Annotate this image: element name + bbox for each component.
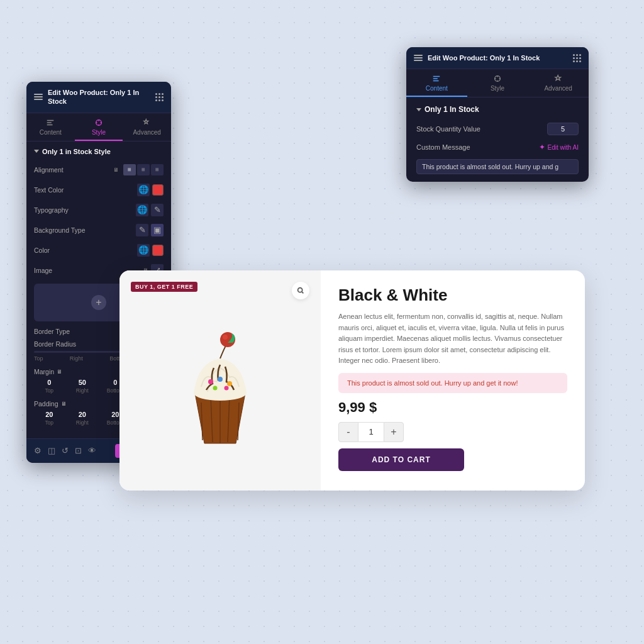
settings-footer-icon[interactable]: ⚙ bbox=[34, 446, 42, 455]
color-swatch[interactable] bbox=[152, 245, 164, 256]
custom-msg-row: Custom Message ✦ Edit with AI bbox=[416, 143, 579, 152]
padding-top-cell: 20 Top bbox=[34, 411, 65, 426]
qty-value: 1 bbox=[358, 422, 384, 442]
typography-globe-btn[interactable]: 🌐 bbox=[136, 204, 148, 216]
image-label: Image bbox=[34, 267, 52, 274]
text-color-globe-btn[interactable]: 🌐 bbox=[137, 184, 150, 196]
eye-footer-icon[interactable]: 👁 bbox=[88, 446, 96, 455]
qty-plus-btn[interactable]: + bbox=[384, 422, 404, 442]
custom-msg-label: Custom Message bbox=[416, 143, 470, 151]
tab-advanced-left[interactable]: Advanced bbox=[123, 113, 171, 141]
color-label: Color bbox=[34, 247, 50, 254]
right-hamburger-icon[interactable] bbox=[414, 55, 423, 61]
svg-point-12 bbox=[213, 386, 218, 391]
align-center-btn[interactable]: ≡ bbox=[137, 164, 150, 175]
stock-qty-label: Stock Quantity Value bbox=[416, 125, 480, 133]
product-card: BUY 1, GET 1 FREE bbox=[119, 270, 585, 491]
product-title: Black & White bbox=[338, 286, 567, 305]
qty-minus-btn[interactable]: - bbox=[338, 422, 358, 442]
margin-right-cell: 50 Right bbox=[67, 379, 98, 394]
right-grid-icon[interactable] bbox=[573, 54, 581, 62]
cupcake-image bbox=[151, 311, 289, 450]
custom-msg-input[interactable] bbox=[416, 159, 579, 174]
stock-qty-row: Stock Quantity Value bbox=[416, 123, 579, 135]
typography-controls: 🌐 ✎ bbox=[136, 204, 164, 216]
margin-top-cell: 0 Top bbox=[34, 379, 65, 394]
tab-style-left[interactable]: Style bbox=[75, 113, 123, 141]
add-to-cart-button[interactable]: ADD TO CART bbox=[338, 448, 464, 471]
stock-alert: This product is almost sold out. Hurry u… bbox=[338, 373, 567, 393]
collapse-icon bbox=[34, 150, 39, 153]
typography-edit-btn[interactable]: ✎ bbox=[151, 204, 164, 216]
content-collapse-icon bbox=[416, 108, 421, 111]
bg-type-paint-btn[interactable]: ✎ bbox=[136, 224, 148, 236]
tab-content-left[interactable]: Content bbox=[26, 113, 75, 141]
tab-content-right[interactable]: Content bbox=[406, 69, 467, 97]
text-color-controls: 🌐 bbox=[137, 184, 164, 196]
right-panel-header: Edit Woo Product: Only 1 In Stock bbox=[406, 47, 589, 69]
text-color-swatch[interactable] bbox=[152, 184, 164, 196]
padding-right-cell: 20 Right bbox=[67, 411, 98, 426]
svg-point-2 bbox=[298, 288, 303, 292]
bg-type-label: Background Type bbox=[34, 226, 86, 234]
align-left-btn[interactable]: ≡ bbox=[123, 164, 136, 175]
buy-badge: BUY 1, GET 1 FREE bbox=[131, 282, 197, 292]
color-row: Color 🌐 bbox=[34, 243, 164, 257]
bg-type-image-btn[interactable]: ▣ bbox=[151, 224, 164, 236]
stock-qty-input[interactable] bbox=[547, 123, 579, 135]
product-info-section: Black & White Aenean lectus elit, fermen… bbox=[321, 270, 585, 491]
tab-style-right[interactable]: Style bbox=[467, 69, 528, 97]
left-panel-header: Edit Woo Product: Only 1 In Stock bbox=[26, 82, 171, 113]
svg-point-13 bbox=[225, 386, 229, 391]
history-footer-icon[interactable]: ↺ bbox=[62, 446, 69, 455]
align-right-btn[interactable]: ≡ bbox=[151, 164, 164, 175]
responsive-footer-icon[interactable]: ⊡ bbox=[75, 446, 82, 455]
edit-with-ai-button[interactable]: ✦ Edit with AI bbox=[539, 143, 579, 152]
grid-icon[interactable] bbox=[155, 93, 164, 101]
product-image-section: BUY 1, GET 1 FREE bbox=[119, 270, 321, 491]
bg-type-controls: ✎ ▣ bbox=[136, 224, 164, 236]
color-controls: 🌐 bbox=[137, 244, 164, 257]
svg-point-11 bbox=[218, 377, 223, 382]
tab-advanced-right[interactable]: Advanced bbox=[528, 69, 589, 97]
product-search-icon[interactable] bbox=[292, 282, 309, 299]
text-color-row: Text Color 🌐 bbox=[34, 183, 164, 197]
alignment-row: Alignment 🖥 ≡ ≡ ≡ bbox=[34, 163, 164, 177]
text-color-label: Text Color bbox=[34, 186, 64, 194]
custom-msg-input-wrapper bbox=[416, 159, 579, 174]
product-description: Aenean lectus elit, fermentum non, conva… bbox=[338, 311, 567, 367]
svg-point-15 bbox=[223, 335, 228, 340]
alignment-buttons: ≡ ≡ ≡ bbox=[123, 164, 164, 175]
right-panel: Edit Woo Product: Only 1 In Stock Conten… bbox=[406, 47, 589, 182]
border-type-label: Border Type bbox=[34, 328, 70, 335]
typography-label: Typography bbox=[34, 206, 69, 214]
ai-sparkle-icon: ✦ bbox=[539, 143, 545, 152]
right-panel-title: Edit Woo Product: Only 1 In Stock bbox=[428, 53, 568, 62]
add-image-icon: + bbox=[91, 295, 106, 310]
color-globe-btn[interactable]: 🌐 bbox=[137, 244, 150, 257]
svg-point-10 bbox=[227, 381, 232, 386]
style-section-title[interactable]: Only 1 in Stock Style bbox=[34, 148, 164, 155]
alignment-label: Alignment bbox=[34, 166, 64, 174]
content-section-title[interactable]: Only 1 In Stock bbox=[416, 105, 579, 114]
typography-row: Typography 🌐 ✎ bbox=[34, 203, 164, 217]
right-panel-tabs: Content Style Advanced bbox=[406, 69, 589, 97]
right-panel-body: Only 1 In Stock Stock Quantity Value Cus… bbox=[406, 97, 589, 182]
hamburger-icon[interactable] bbox=[34, 94, 43, 100]
svg-point-9 bbox=[208, 379, 213, 384]
bg-type-row: Background Type ✎ ▣ bbox=[34, 223, 164, 237]
product-price: 9,99 $ bbox=[338, 399, 567, 416]
footer-icons: ⚙ ◫ ↺ ⊡ 👁 bbox=[34, 446, 96, 455]
quantity-row: - 1 + bbox=[338, 422, 414, 442]
alignment-controls: 🖥 ≡ ≡ ≡ bbox=[113, 164, 164, 175]
left-panel-title: Edit Woo Product: Only 1 In Stock bbox=[48, 88, 150, 106]
left-panel-tabs: Content Style Advanced bbox=[26, 113, 171, 142]
layers-footer-icon[interactable]: ◫ bbox=[48, 446, 55, 455]
